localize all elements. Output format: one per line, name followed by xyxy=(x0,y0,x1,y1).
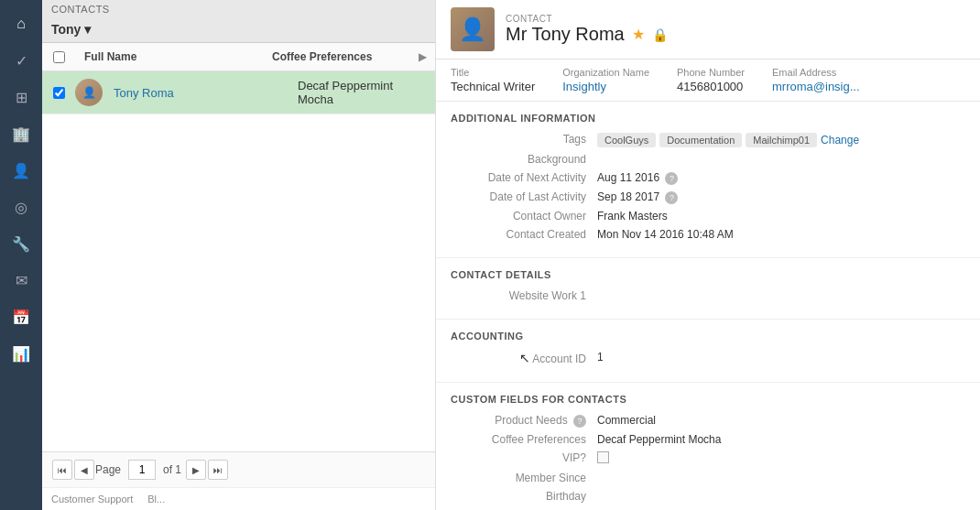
tags-value: CoolGuys Documentation Mailchimp01 Chang… xyxy=(597,133,965,147)
contact-selector[interactable]: Tony ▾ xyxy=(42,18,435,43)
contact-type-label: CONTACT xyxy=(506,14,668,24)
home-icon[interactable]: ⌂ xyxy=(5,7,38,40)
coffee-preferences-value: Decaf Peppermint Mocha xyxy=(597,433,965,446)
account-id-label: ↖ Account ID xyxy=(451,351,597,365)
contact-full-name: Mr Tony Roma ★ 🔒 xyxy=(506,24,668,45)
row-select-checkbox[interactable] xyxy=(53,87,65,99)
chart-icon[interactable]: 📊 xyxy=(5,337,38,370)
vip-row: VIP? xyxy=(451,451,965,466)
next-activity-help-icon[interactable]: ? xyxy=(665,172,678,185)
wrench-icon[interactable]: 🔧 xyxy=(5,227,38,260)
row-checkbox[interactable] xyxy=(42,87,75,99)
custom-fields-title: CUSTOM FIELDS FOR CONTACTS xyxy=(451,394,965,405)
target-icon[interactable]: ◎ xyxy=(5,190,38,223)
owner-value: Frank Masters xyxy=(597,210,965,222)
last-activity-row: Date of Last Activity Sep 18 2017 ? xyxy=(451,190,965,204)
page-label: Page xyxy=(95,463,121,476)
field-email: Email Address mrroma@insig... xyxy=(772,67,860,93)
accounting-title: ACCOUNTING xyxy=(451,331,965,342)
table-header: Full Name Coffee Preferences ▶ xyxy=(42,43,435,71)
created-row: Contact Created Mon Nov 14 2016 10:48 AM xyxy=(451,228,965,241)
cursor-arrow: ↖ xyxy=(519,351,530,365)
tag-coolguys[interactable]: CoolGuys xyxy=(597,133,656,147)
field-title: Title Technical Writer xyxy=(451,67,535,93)
additional-info-section: ADDITIONAL INFORMATION Tags CoolGuys Doc… xyxy=(436,102,980,258)
customer-support-link[interactable]: Customer Support xyxy=(51,494,133,505)
page-input[interactable] xyxy=(128,460,156,480)
building-icon[interactable]: 🏢 xyxy=(5,117,38,150)
additional-info-title: ADDITIONAL INFORMATION xyxy=(451,113,965,124)
first-page-btn[interactable]: ⏮ xyxy=(52,460,72,480)
accounting-section: ACCOUNTING ↖ Account ID 1 xyxy=(436,320,980,383)
pagination: ⏮ ◀ Page of 1 ▶ ⏭ xyxy=(42,451,435,487)
col-coffee: Coffee Preferences xyxy=(263,43,409,71)
prev-page-btn[interactable]: ◀ xyxy=(74,460,94,480)
grid-icon[interactable]: ⊞ xyxy=(5,81,38,114)
calendar-icon[interactable]: 📅 xyxy=(5,300,38,333)
contact-fields-row: Title Technical Writer Organization Name… xyxy=(436,60,980,102)
website-row: Website Work 1 xyxy=(451,289,965,302)
sidebar: ⌂ ✓ ⊞ 🏢 👤 ◎ 🔧 ✉ 📅 📊 xyxy=(0,0,42,510)
page-of: of 1 xyxy=(163,463,181,476)
middle-panel: CONTACTS Tony ▾ Full Name Coffee Prefere… xyxy=(42,0,436,510)
field-phone: Phone Number 4156801000 xyxy=(677,67,745,93)
custom-fields-section: CUSTOM FIELDS FOR CONTACTS Product Needs… xyxy=(436,383,980,510)
last-activity-help-icon[interactable]: ? xyxy=(665,191,678,204)
created-value: Mon Nov 14 2016 10:48 AM xyxy=(597,228,965,241)
last-activity-value: Sep 18 2017 ? xyxy=(597,190,965,204)
field-org: Organization Name Insightly xyxy=(562,67,649,93)
header-checkbox[interactable] xyxy=(42,44,75,71)
col-fullname: Full Name xyxy=(75,43,263,71)
background-row: Background xyxy=(451,153,965,166)
product-needs-value: Commercial xyxy=(597,414,965,427)
people-icon[interactable]: 👤 xyxy=(5,154,38,187)
vip-checkbox[interactable] xyxy=(597,451,609,463)
chevron-down-icon[interactable]: ▾ xyxy=(84,22,91,37)
dropdown-name: Tony xyxy=(51,22,81,37)
contact-details-title: CONTACT DETAILS xyxy=(451,269,965,280)
panel-header: CONTACTS xyxy=(42,0,435,18)
coffee-preferences-row: Coffee Preferences Decaf Peppermint Moch… xyxy=(451,433,965,446)
contact-details-section: CONTACT DETAILS Website Work 1 xyxy=(436,258,980,320)
next-activity-row: Date of Next Activity Aug 11 2016 ? xyxy=(451,171,965,185)
contact-coffee-cell: Decaf Peppermint Mocha xyxy=(289,71,435,114)
star-icon[interactable]: ★ xyxy=(632,26,645,43)
contact-header-info: CONTACT Mr Tony Roma ★ 🔒 xyxy=(506,14,668,45)
contact-avatar-large: 👤 xyxy=(451,7,495,51)
avatar-placeholder: 👤 xyxy=(459,16,486,42)
vip-value xyxy=(597,451,965,466)
product-needs-row: Product Needs ? Commercial xyxy=(451,414,965,428)
next-activity-value: Aug 11 2016 ? xyxy=(597,171,965,185)
owner-row: Contact Owner Frank Masters xyxy=(451,210,965,222)
avatar-image: 👤 xyxy=(75,79,103,106)
product-needs-label: Product Needs ? xyxy=(451,414,597,428)
right-panel: 👤 CONTACT Mr Tony Roma ★ 🔒 Title Technic… xyxy=(436,0,980,510)
mail-icon[interactable]: ✉ xyxy=(5,264,38,297)
avatar: 👤 xyxy=(75,79,103,106)
tag-documentation[interactable]: Documentation xyxy=(659,133,742,147)
tag-mailchimp[interactable]: Mailchimp01 xyxy=(746,133,817,147)
lock-icon[interactable]: 🔒 xyxy=(652,27,668,42)
birthday-row: Birthday xyxy=(451,490,965,503)
product-needs-help-icon[interactable]: ? xyxy=(573,415,586,428)
account-id-value: 1 xyxy=(597,351,965,364)
tags-row: Tags CoolGuys Documentation Mailchimp01 … xyxy=(451,133,965,147)
contacts-table: Full Name Coffee Preferences ▶ 👤 Tony Ro… xyxy=(42,43,435,451)
next-page-btn[interactable]: ▶ xyxy=(186,460,206,480)
last-page-btn[interactable]: ⏭ xyxy=(208,460,228,480)
contact-name-cell[interactable]: Tony Roma xyxy=(110,79,289,107)
expand-icon[interactable]: ▶ xyxy=(409,50,435,63)
member-since-row: Member Since xyxy=(451,472,965,484)
check-icon[interactable]: ✓ xyxy=(5,44,38,77)
account-id-row: ↖ Account ID 1 xyxy=(451,351,965,365)
table-row[interactable]: 👤 Tony Roma Decaf Peppermint Mocha xyxy=(42,71,435,114)
contacts-label: CONTACTS xyxy=(51,4,110,15)
blog-link[interactable]: Bl... xyxy=(147,494,165,505)
select-all-checkbox[interactable] xyxy=(53,51,65,63)
footer-links: Customer Support Bl... xyxy=(42,487,435,510)
change-tags-link[interactable]: Change xyxy=(821,134,859,146)
contact-header: 👤 CONTACT Mr Tony Roma ★ 🔒 xyxy=(436,0,980,60)
